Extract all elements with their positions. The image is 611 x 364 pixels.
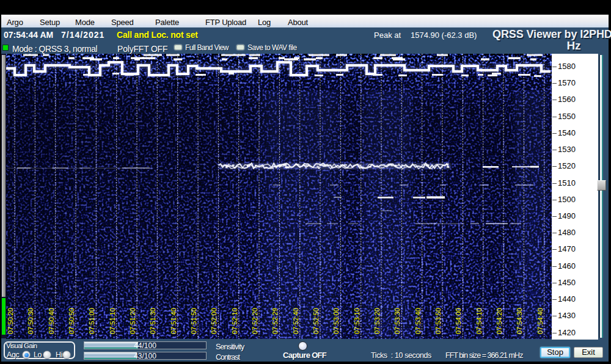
svg-text:07:53:40: 07:53:40 [414, 308, 422, 334]
svg-text:07:53:50: 07:53:50 [434, 308, 442, 334]
svg-text:07:53:00: 07:53:00 [332, 308, 340, 334]
svg-text:07:51:30: 07:51:30 [149, 308, 156, 334]
svg-text:07:51:10: 07:51:10 [109, 308, 116, 334]
svg-text:07:52:29: 07:52:29 [271, 308, 279, 334]
svg-text:07:51:40: 07:51:40 [170, 308, 177, 334]
svg-text:07:50:30: 07:50:30 [27, 308, 34, 334]
svg-text:07:53:30: 07:53:30 [393, 308, 401, 334]
svg-text:07:51:00: 07:51:00 [88, 308, 95, 334]
svg-text:07:52:20: 07:52:20 [251, 308, 258, 334]
svg-text:07:52:00: 07:52:00 [210, 308, 218, 334]
svg-text:07:54:20: 07:54:20 [496, 308, 503, 334]
svg-text:07:54:30: 07:54:30 [516, 308, 523, 334]
svg-text:07:52:10: 07:52:10 [231, 308, 238, 334]
svg-text:07:50:40: 07:50:40 [48, 308, 55, 334]
svg-text:07:53:10: 07:53:10 [353, 308, 360, 334]
svg-text:07:54:00: 07:54:00 [455, 308, 462, 334]
svg-text:07:52:40: 07:52:40 [292, 308, 299, 334]
svg-text:07:54:40: 07:54:40 [536, 308, 544, 334]
svg-text:07:50:50: 07:50:50 [68, 308, 75, 334]
svg-text:07:51:50: 07:51:50 [190, 308, 197, 334]
svg-text:07:54:10: 07:54:10 [475, 308, 483, 334]
svg-text:07:50:20: 07:50:20 [7, 308, 14, 334]
svg-text:07:52:50: 07:52:50 [312, 308, 320, 334]
svg-text:07:53:20: 07:53:20 [373, 308, 381, 334]
svg-text:07:51:20: 07:51:20 [129, 308, 136, 334]
